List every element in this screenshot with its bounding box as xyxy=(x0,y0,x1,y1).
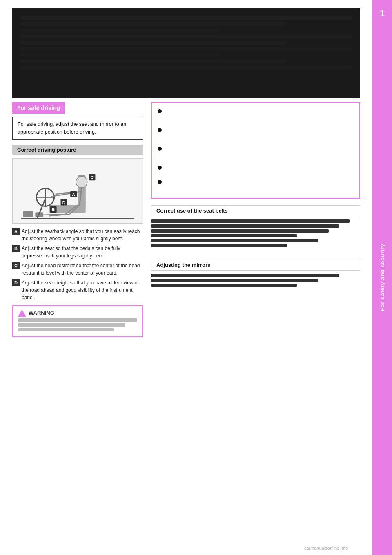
main-content: For safe driving For safe driving, adjus… xyxy=(0,0,372,555)
right-column: Correct use of the seat belts Adjusting … xyxy=(151,102,360,337)
warning-triangle-icon xyxy=(18,309,26,317)
label-b-text: Adjust the seat so that the pedals can b… xyxy=(22,245,143,260)
svg-rect-1 xyxy=(23,211,33,217)
svg-text:B: B xyxy=(52,207,55,212)
label-c-block: C Adjust the head restraint so that the … xyxy=(12,262,143,277)
info-box-text: For safe driving, adjust the seat and mi… xyxy=(18,121,126,135)
seat-belt-section: Correct use of the seat belts xyxy=(151,205,360,247)
label-b-letter: B xyxy=(12,245,20,252)
label-c-text: Adjust the head restraint so that the ce… xyxy=(22,262,143,277)
label-c-letter: C xyxy=(12,262,20,269)
bullet-dot-4 xyxy=(158,166,162,170)
bullet-item-2 xyxy=(158,127,354,141)
label-d-letter: D xyxy=(12,279,20,286)
warning-box: WARNING xyxy=(12,305,143,337)
label-a-block: A Adjust the seatback angle so that you … xyxy=(12,228,143,242)
sidebar-number: 1 xyxy=(380,8,385,19)
bullet-dot-1 xyxy=(158,109,162,113)
warning-text xyxy=(18,318,137,331)
info-box: For safe driving, adjust the seat and mi… xyxy=(12,117,143,140)
label-a-text: Adjust the seatback angle so that you ca… xyxy=(22,228,143,242)
safe-driving-header: For safe driving xyxy=(12,102,65,114)
label-b-block: B Adjust the seat so that the pedals can… xyxy=(12,245,143,260)
bullet-item-3 xyxy=(158,145,354,159)
correct-driving-posture-header: Correct driving posture xyxy=(12,145,143,155)
right-sidebar: 1 For safety and security xyxy=(372,0,392,555)
svg-text:D: D xyxy=(62,200,65,204)
seat-diagram: A B C D xyxy=(12,158,143,224)
label-a-letter: A xyxy=(12,228,20,235)
warning-title: WARNING xyxy=(29,310,54,316)
sidebar-label: For safety and security xyxy=(377,239,388,315)
page-top-dark xyxy=(12,8,360,98)
footer-logo: carmanualsonline.info xyxy=(304,545,348,551)
two-column-layout: For safe driving For safe driving, adjus… xyxy=(12,102,360,337)
mirrors-content xyxy=(151,274,360,287)
mirrors-section: Adjusting the mirrors xyxy=(151,260,360,287)
svg-point-10 xyxy=(76,176,87,188)
seat-belts-content xyxy=(151,219,360,247)
bullet-item-5 xyxy=(158,179,354,188)
correct-seat-belts-header: Correct use of the seat belts xyxy=(151,205,360,216)
warning-header: WARNING xyxy=(18,309,137,317)
bullet-item-4 xyxy=(158,164,354,174)
bullet-points-box xyxy=(151,102,360,199)
page-container: For safe driving For safe driving, adjus… xyxy=(0,0,392,555)
adjusting-mirrors-header: Adjusting the mirrors xyxy=(151,260,360,271)
svg-text:A: A xyxy=(72,192,75,196)
bullet-dot-5 xyxy=(158,180,162,184)
bullet-dot-2 xyxy=(158,128,162,132)
footer-text: carmanualsonline.info xyxy=(304,546,348,551)
svg-text:C: C xyxy=(91,175,94,179)
left-column: For safe driving For safe driving, adjus… xyxy=(12,102,143,337)
label-d-text: Adjust the seat height so that you have … xyxy=(22,279,143,301)
label-d-block: D Adjust the seat height so that you hav… xyxy=(12,279,143,301)
bullet-dot-3 xyxy=(158,147,162,151)
bullet-item-1 xyxy=(158,108,354,122)
